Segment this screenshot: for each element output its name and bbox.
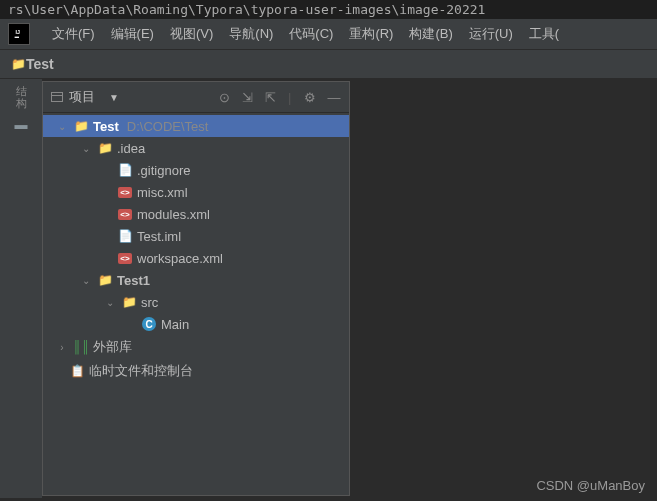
editor-area (352, 79, 658, 498)
root-path: D:\CODE\Test (127, 119, 209, 134)
module-icon: 📁 (97, 272, 113, 288)
expander-icon[interactable]: ⌄ (103, 297, 117, 308)
root-name: Test (93, 119, 119, 134)
panel-icon (51, 92, 63, 102)
tree-workspace-xml[interactable]: <> workspace.xml (43, 247, 349, 269)
project-panel: 项目 ▼ ⊙ ⇲ ⇱ | ⚙ — ⌄ 📁 Test D:\CODE\Test (42, 81, 350, 496)
tree-root[interactable]: ⌄ 📁 Test D:\CODE\Test (43, 115, 349, 137)
folder-icon: 📁 (97, 140, 113, 156)
expander-icon[interactable]: ⌄ (79, 143, 93, 154)
panel-dropdown[interactable]: ▼ (109, 92, 119, 103)
expander-icon[interactable]: ⌄ (79, 275, 93, 286)
tree-modules-xml[interactable]: <> modules.xml (43, 203, 349, 225)
tree-external-libs[interactable]: › ║║ 外部库 (43, 335, 349, 359)
library-icon: ║║ (73, 339, 89, 355)
tree-misc-xml[interactable]: <> misc.xml (43, 181, 349, 203)
collapse-all-icon[interactable]: ⇱ (265, 90, 276, 105)
source-folder-icon: 📁 (121, 294, 137, 310)
left-gutter: 结构 ▬ (0, 79, 42, 498)
breadcrumb-project[interactable]: Test (26, 56, 54, 72)
menu-refactor[interactable]: 重构(R) (343, 23, 399, 45)
folder-icon: 📁 (73, 118, 89, 134)
tree-scratches[interactable]: 📋 临时文件和控制台 (43, 359, 349, 383)
iml-icon: 📄 (117, 228, 133, 244)
tree-main-class[interactable]: C Main (43, 313, 349, 335)
watermark: CSDN @uManBoy (536, 478, 645, 493)
hide-icon[interactable]: — (328, 90, 341, 105)
settings-icon[interactable]: ⚙ (304, 90, 316, 105)
select-opened-icon[interactable]: ⊙ (219, 90, 230, 105)
expander-icon[interactable]: › (55, 342, 69, 353)
image-path-bar: rs\User\AppData\Roaming\Typora\typora-us… (0, 0, 657, 19)
tree-gitignore[interactable]: 📄 .gitignore (43, 159, 349, 181)
expand-all-icon[interactable]: ⇲ (242, 90, 253, 105)
menu-bar: IJ 文件(F) 编辑(E) 视图(V) 导航(N) 代码(C) 重构(R) 构… (0, 19, 657, 50)
folder-icon: 📁 (10, 56, 26, 72)
menu-build[interactable]: 构建(B) (403, 23, 458, 45)
project-panel-header: 项目 ▼ ⊙ ⇲ ⇱ | ⚙ — (43, 82, 349, 113)
panel-title: 项目 (69, 88, 95, 106)
menu-run[interactable]: 运行(U) (463, 23, 519, 45)
scratch-icon: 📋 (69, 363, 85, 379)
xml-icon: <> (117, 184, 133, 200)
menu-code[interactable]: 代码(C) (283, 23, 339, 45)
tree-idea-folder[interactable]: ⌄ 📁 .idea (43, 137, 349, 159)
project-tool-icon[interactable]: ▬ (15, 117, 28, 132)
class-icon: C (141, 316, 157, 332)
xml-icon: <> (117, 206, 133, 222)
intellij-icon: IJ (8, 23, 30, 45)
menu-edit[interactable]: 编辑(E) (105, 23, 160, 45)
expander-icon[interactable]: ⌄ (55, 121, 69, 132)
svg-text:IJ: IJ (16, 29, 20, 35)
tree-test1-module[interactable]: ⌄ 📁 Test1 (43, 269, 349, 291)
breadcrumb-bar: 📁 Test (0, 50, 657, 79)
tree-test-iml[interactable]: 📄 Test.iml (43, 225, 349, 247)
project-tree: ⌄ 📁 Test D:\CODE\Test ⌄ 📁 .idea 📄 .gitig… (43, 113, 349, 385)
tree-src-folder[interactable]: ⌄ 📁 src (43, 291, 349, 313)
xml-icon: <> (117, 250, 133, 266)
svg-rect-1 (15, 37, 19, 38)
menu-tools[interactable]: 工具( (523, 23, 565, 45)
menu-file[interactable]: 文件(F) (46, 23, 101, 45)
menu-view[interactable]: 视图(V) (164, 23, 219, 45)
file-icon: 📄 (117, 162, 133, 178)
menu-navigate[interactable]: 导航(N) (223, 23, 279, 45)
structure-tool-button[interactable]: 结构 (16, 85, 27, 109)
